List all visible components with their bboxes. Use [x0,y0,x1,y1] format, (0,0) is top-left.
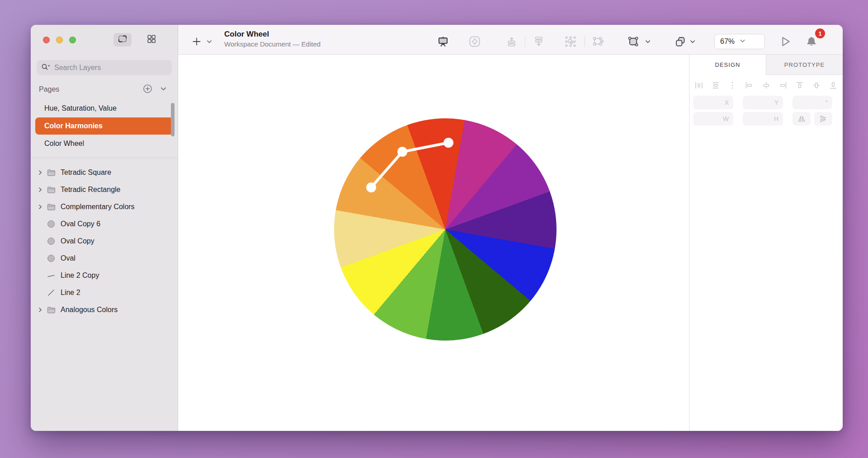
harmony-line[interactable] [371,143,448,187]
expand-chevron-icon[interactable] [37,187,43,192]
line-horizontal-icon [47,271,56,280]
close-button[interactable] [43,37,50,43]
grid-view-icon [146,34,156,46]
layer-item-oval-copy[interactable]: Oval Copy [31,233,178,250]
folder-icon [47,203,56,211]
layers-list: Tetradic SquareTetradic RectangleComplem… [31,164,178,318]
copies-chevron-icon[interactable] [690,39,696,45]
inspector-tabs: DESIGN PROTOTYPE [689,55,843,75]
page-item-color-harmonies[interactable]: Color Harmonies [35,117,173,135]
rotation-field[interactable]: ° [793,96,832,109]
layer-item-line-2[interactable]: Line 2 [31,284,178,301]
traffic-lights [43,37,76,43]
toolbar-separator [525,36,525,47]
sidebar-scrollbar[interactable] [171,103,175,136]
toolbar-separator [585,36,585,47]
folder-icon [47,186,56,194]
flip-horizontal-button[interactable] [793,112,811,126]
height-field[interactable]: H [743,112,783,126]
align-bottom-icon[interactable] [828,80,838,92]
play-button[interactable] [778,35,792,48]
distribute-horizontal-icon[interactable] [694,80,704,92]
align-center-horizontal-icon[interactable] [761,80,771,92]
document-subtitle: Workspace Document — Edited [224,40,321,48]
layer-item-line-2-copy[interactable]: Line 2 Copy [31,267,178,284]
width-field[interactable]: W [693,112,733,126]
canvas[interactable] [178,55,689,431]
zoom-chevron-icon [740,37,759,46]
desktop: { "background": { "top_left": "#AE92C9",… [0,0,868,458]
expand-chevron-icon[interactable] [37,170,43,175]
more-dots-icon[interactable] [727,80,737,92]
minimize-button[interactable] [56,37,63,43]
folder-icon [47,169,56,177]
line-diagonal-icon [47,289,56,297]
transform-button[interactable] [628,36,640,48]
bell-icon[interactable] [805,35,818,48]
flip-vertical-button[interactable] [814,112,832,126]
x-field[interactable]: X [693,96,733,109]
insert-button[interactable] [191,36,202,47]
page-item-color-wheel[interactable]: Color Wheel [35,135,173,152]
toolbar: Color Wheel Workspace Document — Edited [178,25,843,55]
layer-item-analogous-colors[interactable]: Analogous Colors [31,301,178,318]
tab-prototype[interactable]: PROTOTYPE [766,55,843,75]
layer-item-oval-copy-6[interactable]: Oval Copy 6 [31,215,178,233]
folder-icon [47,306,56,314]
harmony-point[interactable] [397,147,407,157]
layer-item-complementary-colors[interactable]: Complementary Colors [31,198,178,215]
fullscreen-button[interactable] [69,37,76,43]
artboard-view-button[interactable] [113,33,132,47]
page-item-label: Color Wheel [44,140,84,148]
search-wrap [31,55,178,75]
pages-list: Hue, Saturation, ValueColor HarmoniesCol… [31,100,178,152]
page-item-label: Hue, Saturation, Value [44,104,117,112]
symbol-button[interactable] [469,36,481,48]
layer-item-tetradic-rectangle[interactable]: Tetradic Rectangle [31,181,178,198]
layer-item-label: Line 2 [61,289,80,297]
pages-title: Pages [39,85,59,93]
distribute-vertical-icon[interactable] [711,80,721,92]
sidebar: Pages Hue, Saturation, ValueColor Harmon… [31,25,178,431]
layer-item-tetradic-square[interactable]: Tetradic Square [31,164,178,181]
search-input[interactable] [54,64,167,72]
vector-group-button[interactable] [592,36,604,48]
copies-button[interactable] [675,36,687,48]
harmony-line-overlay [178,55,689,431]
collapse-pages-icon[interactable] [160,85,167,94]
pages-header: Pages [31,84,178,94]
group-selection-button[interactable] [565,36,577,48]
send-backward-button[interactable] [533,36,545,47]
layer-item-label: Tetradic Square [61,168,111,177]
search-field[interactable] [37,60,172,75]
expand-chevron-icon[interactable] [37,204,43,210]
content: DESIGN PROTOTYPE X Y ° [178,55,843,431]
add-page-button[interactable] [142,84,153,96]
sidebar-divider [31,158,178,158]
artboard-view-icon [117,33,128,46]
page-item-hue-saturation-value[interactable]: Hue, Saturation, Value [35,100,173,117]
inspector-panel: DESIGN PROTOTYPE X Y ° [689,55,843,431]
bring-forward-button[interactable] [506,36,518,47]
harmony-point[interactable] [443,138,453,148]
transform-chevron-icon[interactable] [645,39,651,45]
layer-item-oval[interactable]: Oval [31,250,178,267]
grid-view-button[interactable] [142,33,160,47]
flip-buttons [793,112,832,126]
document-title: Color Wheel [224,29,321,39]
oval-icon [47,220,56,228]
insert-chevron-icon[interactable] [207,39,212,45]
presentation-button[interactable] [437,36,449,48]
align-left-icon[interactable] [744,80,754,92]
expand-chevron-icon[interactable] [37,307,43,313]
align-middle-vertical-icon[interactable] [811,80,821,92]
sidebar-header [31,25,178,55]
align-top-icon[interactable] [795,80,805,92]
tab-design[interactable]: DESIGN [689,55,766,75]
harmony-point[interactable] [366,182,376,192]
zoom-dropdown[interactable]: 67% [714,34,765,49]
y-field[interactable]: Y [743,96,783,109]
page-item-label: Color Harmonies [44,122,103,130]
notification-badge[interactable]: 1 [815,28,825,38]
align-right-icon[interactable] [778,80,788,92]
